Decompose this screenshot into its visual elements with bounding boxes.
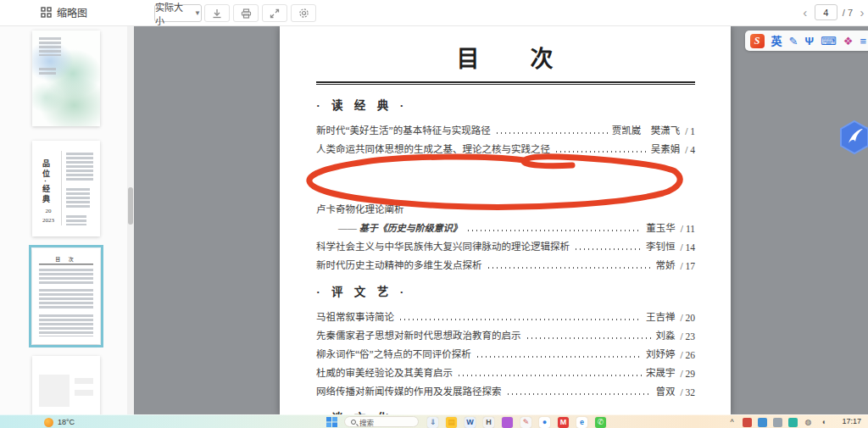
thunder-bird-icon xyxy=(838,120,868,155)
tray-red-app-icon[interactable] xyxy=(743,418,752,427)
thumbnail-panel: 品位·经典 202023 目 次 xyxy=(0,26,127,415)
page-thumbnail-4[interactable] xyxy=(32,356,100,415)
toc-entry: 网络传播对新闻传媒的作用及发展路径探索曾双/ 32 xyxy=(316,379,695,397)
start-button[interactable] xyxy=(326,417,338,427)
taskbar-clock[interactable]: 17:17 xyxy=(842,417,861,425)
windows-logo-icon xyxy=(326,417,337,427)
thunder-download-widget[interactable] xyxy=(838,120,868,155)
page-total-label: / 7 xyxy=(843,8,853,18)
chevron-down-icon: ▼ xyxy=(194,9,201,17)
input-method-bar: S英✎Ψ⌨❖≡ xyxy=(745,31,868,51)
current-page-input[interactable]: 4 xyxy=(815,4,837,20)
temperature-label: 18°C xyxy=(58,418,75,426)
section-header: · 读 经 典 · xyxy=(316,96,695,113)
toc-entry: 人类命运共同体思想的生成之基、理论之核与实践之径吴素娟/ 4 xyxy=(316,136,695,155)
app-window: 缩略图 实际大小 ▼ ‹ 4 / 7 › xyxy=(0,0,868,428)
edge-app-icon[interactable]: e xyxy=(576,417,587,428)
volume-icon[interactable]: ◖ xyxy=(819,418,828,427)
tray-gray-app-icon[interactable] xyxy=(773,418,782,427)
browser-app-icon[interactable]: ● xyxy=(539,417,550,428)
page-thumbnail-2[interactable]: 品位·经典 202023 xyxy=(32,141,100,236)
settings-button[interactable] xyxy=(291,4,316,22)
document-canvas: 目 次 · 读 经 典 ·新时代“美好生活”的基本特征与实现路径贾凯崴 樊潇飞/… xyxy=(134,26,868,415)
printer-icon xyxy=(241,8,252,19)
zoom-level-value: 实际大小 xyxy=(155,0,192,27)
notes-app-icon[interactable]: H xyxy=(483,417,494,428)
search-icon xyxy=(351,420,356,425)
journal-title-vertical: 品位·经典 xyxy=(41,159,52,205)
toc-entry: 科学社会主义与中华民族伟大复兴同律脉动的理论逻辑探析李钊恒/ 14 xyxy=(316,234,695,253)
skin-toolbox-icon[interactable]: ❖ xyxy=(843,36,854,47)
page-thumbnail-3-selected[interactable]: 目 次 xyxy=(32,248,100,344)
downloads-app-icon[interactable]: ⇓ xyxy=(427,417,438,428)
page-navigation: ‹ 4 / 7 › xyxy=(801,4,866,20)
more-tools-icon[interactable]: ≡ xyxy=(860,36,866,47)
mail-app-icon[interactable]: M xyxy=(558,417,569,428)
grid-icon xyxy=(41,7,52,18)
system-tray: ^◍◖ xyxy=(727,416,828,428)
sogou-logo-icon[interactable]: S xyxy=(750,34,765,48)
toc-entry: 新时代历史主动精神的多维生发点探析常娇/ 17 xyxy=(316,253,695,271)
handwriting-pen-icon[interactable]: ✎ xyxy=(789,36,798,47)
thumbnail-toggle-label: 缩略图 xyxy=(57,5,87,19)
page-thumbnail-1[interactable] xyxy=(32,31,100,126)
search-label: 搜索 xyxy=(359,417,374,427)
journal-issue: 202023 xyxy=(42,207,54,225)
thumbnail-panel-toggle[interactable]: 缩略图 xyxy=(41,5,87,19)
print-button[interactable] xyxy=(233,4,259,22)
scrollbar-thumb[interactable] xyxy=(128,187,133,225)
next-page-button[interactable]: › xyxy=(858,5,866,19)
toc-entry: 马祖常叙事诗简论王吉禅/ 20 xyxy=(316,304,695,323)
tray-blue-app-icon[interactable] xyxy=(758,418,767,427)
lang-english-indicator[interactable]: 英 xyxy=(771,36,782,47)
thumb-toc-title: 目 次 xyxy=(32,255,100,263)
prev-page-button[interactable]: ‹ xyxy=(801,5,810,19)
sidebar-scrollbar[interactable] xyxy=(127,26,134,415)
tray-teal-app-icon[interactable] xyxy=(788,418,798,427)
weather-widget[interactable]: 18°C xyxy=(44,416,75,428)
keyboard-icon[interactable]: ⌨ xyxy=(821,36,837,47)
word-app-icon[interactable]: W xyxy=(465,417,476,428)
folder-icon[interactable]: ▤ xyxy=(446,417,457,428)
windows-taskbar: 18°C 搜索 ⇓▤WH✎●Me✆ ^◍◖ 17:17 xyxy=(0,414,868,428)
pen-app-icon[interactable]: ✎ xyxy=(520,417,531,428)
download-button[interactable] xyxy=(204,4,230,22)
toc-entry: 杜威的审美经验论及其美育启示宋晟宇/ 29 xyxy=(316,360,695,379)
zoom-level-select[interactable]: 实际大小 ▼ xyxy=(154,4,202,22)
pdf-toolbar: 缩略图 实际大小 ▼ ‹ 4 / 7 › xyxy=(0,0,868,26)
taskbar-apps: ⇓▤WH✎●Me✆ xyxy=(427,416,606,428)
section-header: · 评 文 艺 · xyxy=(316,282,695,299)
toc-entry: —— 基于《历史与阶级意识》董玉华/ 11 xyxy=(316,215,695,234)
pdf-page: 目 次 · 读 经 典 ·新时代“美好生活”的基本特征与实现路径贾凯崴 樊潇飞/… xyxy=(280,26,731,415)
purple-app-icon[interactable] xyxy=(502,417,513,428)
download-icon xyxy=(212,8,222,19)
toc-page-title: 目 次 xyxy=(316,41,695,74)
toc-entry: 先秦儒家君子思想对新时代思想政治教育的启示刘淼/ 23 xyxy=(316,323,695,342)
wechat-app-icon[interactable]: ✆ xyxy=(595,417,606,428)
tray-chevron-up-icon[interactable]: ^ xyxy=(727,418,737,427)
microphone-icon[interactable]: Ψ xyxy=(804,36,814,47)
toc-entry: 柳永词作“俗”之特点的不同评价探析刘妤婷/ 26 xyxy=(316,342,695,360)
toc-entry: 卢卡奇物化理论阐析 xyxy=(316,197,695,215)
weather-sun-icon xyxy=(44,418,53,427)
toc-sections: · 读 经 典 ·新时代“美好生活”的基本特征与实现路径贾凯崴 樊潇飞/ 1人类… xyxy=(316,96,695,415)
taskbar-search-box[interactable]: 搜索 xyxy=(344,416,419,427)
fullscreen-icon xyxy=(270,8,280,19)
title-rule xyxy=(316,81,695,85)
network-icon[interactable]: ◍ xyxy=(804,418,813,427)
toc-entry: 新时代“美好生活”的基本特征与实现路径贾凯崴 樊潇飞/ 1 xyxy=(316,118,695,136)
gear-icon xyxy=(298,8,309,19)
fullscreen-button[interactable] xyxy=(262,4,287,22)
